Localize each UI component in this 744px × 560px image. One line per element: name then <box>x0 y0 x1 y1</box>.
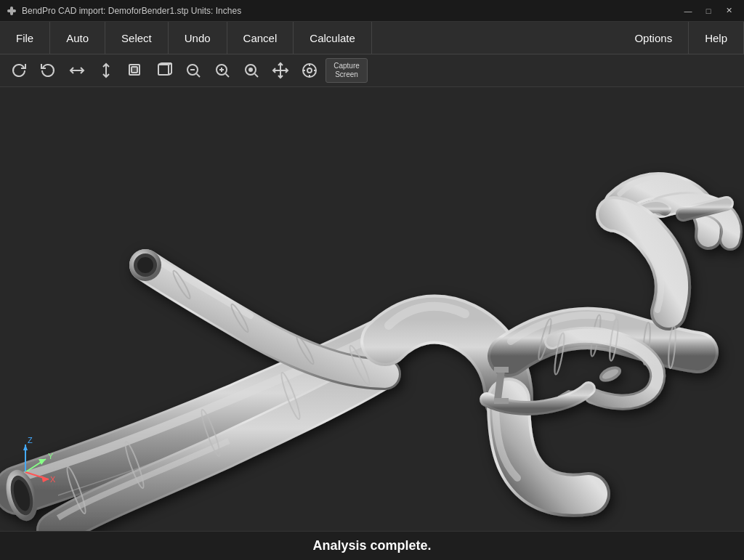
menu-item-help[interactable]: Help <box>689 22 744 54</box>
svg-text:X: X <box>50 475 56 484</box>
menu-item-undo[interactable]: Undo <box>169 22 227 54</box>
capture-screen-button[interactable]: CaptureScreen <box>326 58 368 83</box>
menu-item-options[interactable]: Options <box>618 22 689 54</box>
svg-rect-5 <box>132 67 137 73</box>
svg-point-36 <box>137 257 153 273</box>
svg-line-16 <box>226 74 229 77</box>
maximize-button[interactable]: □ <box>699 4 718 17</box>
svg-line-13 <box>197 74 200 77</box>
menu-item-calculate[interactable]: Calculate <box>294 22 372 54</box>
svg-text:Z: Z <box>28 436 33 445</box>
title-bar: BendPro CAD import: DemoforBender1.stp U… <box>0 0 744 22</box>
menu-item-cancel[interactable]: Cancel <box>227 22 294 54</box>
svg-text:Y: Y <box>48 452 54 460</box>
menu-item-auto[interactable]: Auto <box>50 22 105 54</box>
zoom-out-button[interactable] <box>180 58 206 83</box>
close-button[interactable]: ✕ <box>719 4 738 17</box>
view-iso-button[interactable] <box>151 58 177 83</box>
app-icon <box>6 5 17 17</box>
svg-rect-1 <box>10 7 13 15</box>
svg-rect-6 <box>158 65 169 75</box>
menu-spacer <box>372 22 619 54</box>
pan-all-button[interactable] <box>267 58 294 83</box>
menu-bar: File Auto Select Undo Cancel Calculate O… <box>0 22 744 54</box>
menu-item-select[interactable]: Select <box>105 22 169 54</box>
minimize-button[interactable]: — <box>679 4 698 17</box>
3d-pipe-view: Z Y X <box>0 87 744 531</box>
window-controls: — □ ✕ <box>679 4 738 17</box>
zoom-in-button[interactable] <box>209 58 235 83</box>
window-title: BendPro CAD import: DemoforBender1.stp U… <box>22 6 679 16</box>
status-bar: Analysis complete. <box>0 531 744 560</box>
center-button[interactable] <box>296 58 323 83</box>
rotate-free-button[interactable] <box>6 58 32 83</box>
svg-point-25 <box>307 68 312 73</box>
menu-item-file[interactable]: File <box>0 22 50 54</box>
zoom-fit-button[interactable] <box>238 58 264 83</box>
pan-horizontal-button[interactable] <box>64 58 90 83</box>
viewport[interactable]: Z Y X <box>0 87 744 531</box>
view-front-button[interactable] <box>122 58 148 83</box>
rotate-y-button[interactable] <box>35 58 61 83</box>
status-text: Analysis complete. <box>312 538 431 553</box>
svg-point-21 <box>249 68 252 71</box>
svg-line-20 <box>255 74 258 77</box>
toolbar: CaptureScreen <box>0 54 744 87</box>
pan-vertical-button[interactable] <box>93 58 119 83</box>
